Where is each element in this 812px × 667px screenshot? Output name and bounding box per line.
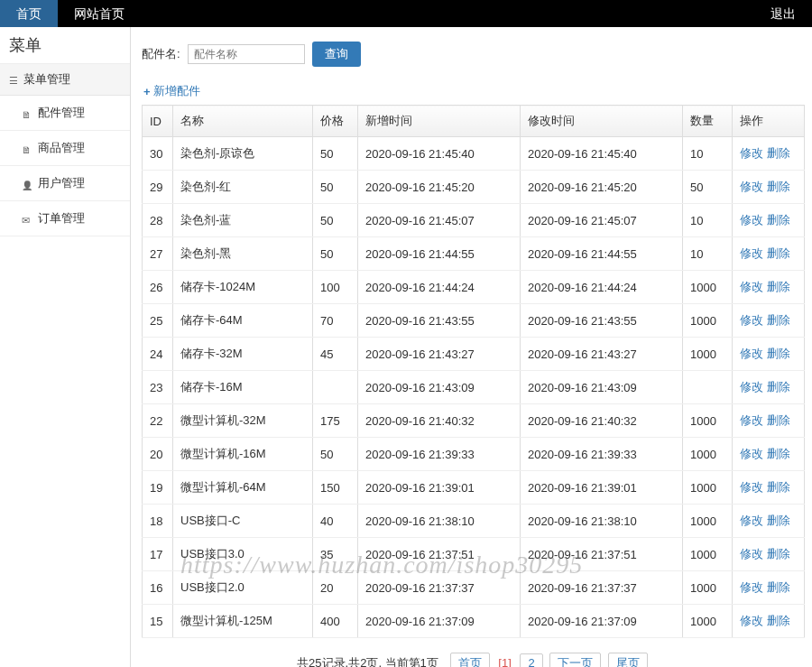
list-icon (9, 73, 18, 87)
logout-link[interactable]: 退出 (754, 0, 812, 27)
cell-updated: 2020-09-16 21:45:20 (521, 171, 683, 204)
cell-price: 175 (313, 404, 358, 438)
add-part-link[interactable]: 新增配件 (143, 83, 200, 99)
search-button[interactable]: 查询 (312, 42, 361, 67)
cell-created: 2020-09-16 21:45:07 (358, 204, 521, 237)
col-price: 价格 (313, 106, 358, 137)
sidebar-title: 菜单 (0, 27, 130, 64)
cell-updated: 2020-09-16 21:38:10 (521, 505, 683, 538)
edit-link[interactable]: 修改 (740, 347, 763, 360)
tab-site-home[interactable]: 网站首页 (58, 0, 141, 27)
cell-updated: 2020-09-16 21:40:32 (521, 404, 683, 438)
sidebar-item-users[interactable]: 用户管理 (0, 166, 130, 201)
delete-link[interactable]: 删除 (767, 580, 790, 594)
delete-link[interactable]: 删除 (767, 480, 790, 494)
delete-link[interactable]: 删除 (767, 347, 790, 360)
edit-link[interactable]: 修改 (740, 580, 763, 594)
cell-price: 50 (313, 171, 358, 204)
sidebar-item-parts[interactable]: 配件管理 (0, 96, 130, 131)
edit-link[interactable]: 修改 (740, 447, 763, 460)
table-row: 15微型计算机-125M4002020-09-16 21:37:092020-0… (143, 605, 805, 638)
cell-qty: 10 (683, 204, 733, 237)
cell-created: 2020-09-16 21:43:27 (358, 338, 521, 371)
cell-ops: 修改删除 (733, 538, 805, 571)
edit-link[interactable]: 修改 (740, 614, 763, 627)
table-row: 26储存卡-1024M1002020-09-16 21:44:242020-09… (143, 271, 805, 304)
delete-link[interactable]: 删除 (767, 614, 790, 627)
delete-link[interactable]: 删除 (767, 380, 790, 394)
edit-link[interactable]: 修改 (740, 313, 763, 327)
page-2[interactable]: 2 (520, 653, 542, 667)
page-next[interactable]: 下一页 (549, 653, 601, 667)
table-row: 25储存卡-64M702020-09-16 21:43:552020-09-16… (143, 304, 805, 338)
edit-link[interactable]: 修改 (740, 246, 763, 260)
file-icon (22, 107, 32, 118)
search-label: 配件名: (142, 46, 180, 62)
delete-link[interactable]: 删除 (767, 180, 790, 193)
table-row: 16USB接口2.0202020-09-16 21:37:372020-09-1… (143, 571, 805, 605)
cell-updated: 2020-09-16 21:45:40 (521, 137, 683, 171)
delete-link[interactable]: 删除 (767, 280, 790, 293)
search-input[interactable] (188, 44, 305, 64)
table-row: 22微型计算机-32M1752020-09-16 21:40:322020-09… (143, 404, 805, 438)
cell-id: 16 (143, 571, 173, 605)
cell-ops: 修改删除 (733, 338, 805, 371)
edit-link[interactable]: 修改 (740, 380, 763, 394)
delete-link[interactable]: 删除 (767, 313, 790, 327)
edit-link[interactable]: 修改 (740, 514, 763, 527)
delete-link[interactable]: 删除 (767, 547, 790, 560)
cell-price: 150 (313, 471, 358, 505)
edit-link[interactable]: 修改 (740, 180, 763, 193)
col-qty: 数量 (683, 106, 733, 137)
edit-link[interactable]: 修改 (740, 146, 763, 160)
cell-ops: 修改删除 (733, 304, 805, 338)
cell-price: 50 (313, 237, 358, 271)
cell-created: 2020-09-16 21:37:51 (358, 538, 521, 571)
cell-created: 2020-09-16 21:37:09 (358, 605, 521, 638)
table-row: 18USB接口-C402020-09-16 21:38:102020-09-16… (143, 505, 805, 538)
edit-link[interactable]: 修改 (740, 280, 763, 293)
menu-group[interactable]: 菜单管理 (0, 64, 130, 96)
edit-link[interactable]: 修改 (740, 413, 763, 427)
cell-ops: 修改删除 (733, 471, 805, 505)
cell-id: 18 (143, 505, 173, 538)
page-last[interactable]: 尾页 (608, 653, 648, 667)
edit-link[interactable]: 修改 (740, 547, 763, 560)
cell-id: 17 (143, 538, 173, 571)
cell-ops: 修改删除 (733, 571, 805, 605)
cell-updated: 2020-09-16 21:44:55 (521, 237, 683, 271)
page-first[interactable]: 首页 (450, 653, 490, 667)
cell-name: 储存卡-32M (173, 338, 313, 371)
edit-link[interactable]: 修改 (740, 213, 763, 227)
search-row: 配件名: 查询 (142, 42, 805, 67)
sidebar-item-goods[interactable]: 商品管理 (0, 131, 130, 166)
cell-ops: 修改删除 (733, 438, 805, 471)
cell-qty: 1000 (683, 605, 733, 638)
topbar: 首页 网站首页 退出 (0, 0, 812, 27)
col-created: 新增时间 (358, 106, 521, 137)
edit-link[interactable]: 修改 (740, 480, 763, 494)
cell-id: 22 (143, 404, 173, 438)
sidebar: 菜单 菜单管理 配件管理 商品管理 用户管理 订单管理 (0, 27, 131, 667)
tab-home[interactable]: 首页 (0, 0, 58, 27)
delete-link[interactable]: 删除 (767, 246, 790, 260)
cell-created: 2020-09-16 21:45:40 (358, 137, 521, 171)
cell-updated: 2020-09-16 21:45:07 (521, 204, 683, 237)
delete-link[interactable]: 删除 (767, 146, 790, 160)
cell-name: 染色剂-原谅色 (173, 137, 313, 171)
sidebar-item-orders[interactable]: 订单管理 (0, 201, 130, 236)
cell-id: 30 (143, 137, 173, 171)
cell-name: 微型计算机-125M (173, 605, 313, 638)
cell-id: 23 (143, 371, 173, 404)
delete-link[interactable]: 删除 (767, 514, 790, 527)
table-row: 23储存卡-16M2020-09-16 21:43:092020-09-16 2… (143, 371, 805, 404)
delete-link[interactable]: 删除 (767, 413, 790, 427)
cell-price: 100 (313, 271, 358, 304)
delete-link[interactable]: 删除 (767, 447, 790, 460)
delete-link[interactable]: 删除 (767, 213, 790, 227)
cell-created: 2020-09-16 21:44:55 (358, 237, 521, 271)
cell-qty: 10 (683, 237, 733, 271)
user-icon (22, 178, 32, 189)
menu-group-label: 菜单管理 (23, 71, 70, 88)
cell-price: 40 (313, 505, 358, 538)
